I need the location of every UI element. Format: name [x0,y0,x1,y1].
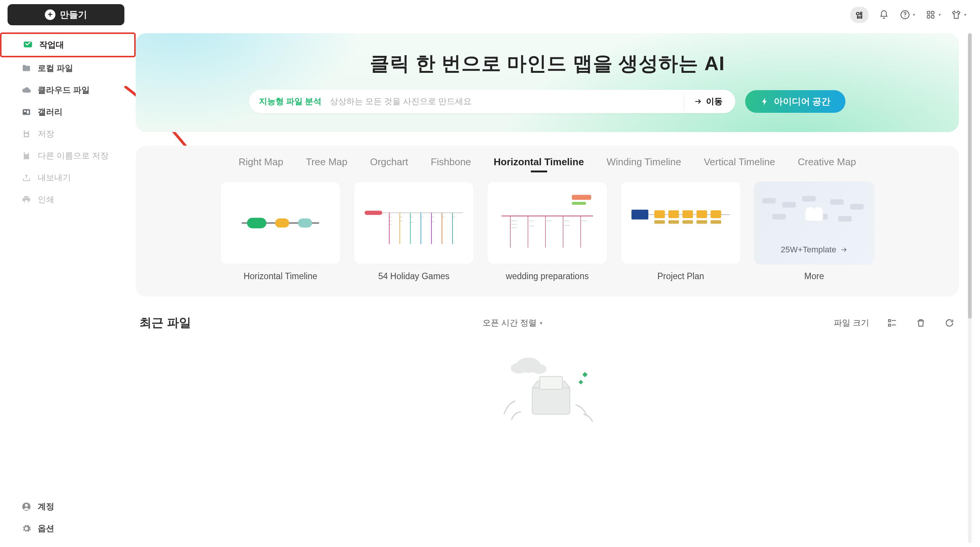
analysis-chip[interactable]: 지능형 파일 분석 [259,96,321,107]
list-view-icon[interactable] [886,317,898,329]
sidebar-item-cloud-files[interactable]: 클라우드 파일 [0,79,136,101]
sidebar-item-save-as[interactable]: 다른 이름으로 저장 [0,145,136,167]
svg-rect-67 [682,220,693,224]
go-button[interactable]: 이동 [684,93,732,110]
workspace-icon [22,40,33,50]
svg-rect-69 [711,220,721,224]
svg-point-86 [511,363,527,373]
svg-rect-80 [805,212,823,220]
sidebar: 작업대 로컬 파일 클라우드 파일 갤러리 [0,29,136,547]
template-caption: 54 Holiday Games [378,271,449,281]
folder-icon [21,63,32,73]
sort-dropdown[interactable]: 오픈 시간 정렬 ▾ [191,317,834,329]
sidebar-bottom: 계정 옵션 [0,496,136,539]
template-card[interactable]: ————————— —————— ——— —————— ——— wedding … [487,182,608,281]
svg-rect-77 [838,216,852,222]
tab-winding-timeline[interactable]: Winding Timeline [606,156,681,171]
tab-creative-map[interactable]: Creative Map [797,156,856,171]
svg-text:——: —— [441,216,445,218]
svg-rect-64 [711,210,721,218]
theme-menu[interactable]: ▾ [951,9,966,21]
template-thumbnail-more: 25W+Template [754,182,875,265]
trash-icon[interactable] [915,317,926,329]
sidebar-item-options[interactable]: 옵션 [0,518,136,539]
svg-rect-63 [697,210,707,218]
refresh-icon[interactable] [944,317,955,329]
ai-prompt-input[interactable] [330,97,678,106]
sidebar-item-save[interactable]: 저장 [0,123,136,145]
sort-label: 오픈 시간 정렬 [482,317,537,329]
svg-text:———: ——— [582,220,587,222]
svg-rect-18 [275,218,289,228]
svg-text:——: —— [388,223,392,225]
idea-space-button[interactable]: 아이디어 공간 [745,90,846,113]
create-button[interactable]: + 만들기 [8,4,124,25]
scrollbar-thumb[interactable] [968,33,972,319]
bell-icon[interactable] [878,9,889,21]
sidebar-item-export[interactable]: 내보내기 [0,167,136,189]
scrollbar[interactable] [968,33,972,543]
help-menu[interactable]: ▾ [899,9,915,21]
tab-orgchart[interactable]: Orgchart [370,156,408,171]
sidebar-item-label: 계정 [38,501,54,512]
content-wrapper: 클릭 한 번으로 마인드 맵을 생성하는 AI 지능형 파일 분석 이동 아이디… [136,29,980,547]
sidebar-spacer [0,214,136,496]
template-caption: wedding preparations [506,271,589,281]
svg-rect-41 [572,195,591,199]
recent-files-title: 최근 파일 [140,315,191,331]
svg-rect-58 [632,210,648,220]
sidebar-item-account[interactable]: 계정 [0,496,136,518]
template-card-more[interactable]: 25W+Template More [754,182,875,281]
template-card[interactable]: —————— ———— ———— —— ———— —— —— [353,182,474,281]
svg-rect-88 [532,388,570,414]
svg-text:——: —— [452,216,456,218]
sidebar-item-gallery[interactable]: 갤러리 [0,101,136,123]
export-icon [21,172,32,183]
svg-rect-81 [888,319,890,321]
template-thumbnail [620,182,741,265]
template-card[interactable]: Project Plan [620,182,741,281]
save-as-icon [21,150,32,161]
svg-rect-13 [25,200,28,203]
tab-horizontal-timeline[interactable]: Horizontal Timeline [494,156,584,171]
template-card[interactable]: Horizontal Timeline [220,182,341,281]
create-button-label: 만들기 [60,9,87,21]
cloud-icon [21,85,32,96]
svg-rect-89 [540,376,562,389]
svg-rect-11 [25,134,28,136]
svg-rect-10 [25,131,28,132]
sidebar-item-print[interactable]: 인쇄 [0,189,136,211]
more-bg-icon [754,191,874,241]
file-size-label: 파일 크기 [834,317,869,329]
sidebar-item-local-files[interactable]: 로컬 파일 [0,57,136,79]
tab-right-map[interactable]: Right Map [239,156,283,171]
recent-files: 최근 파일 오픈 시간 정렬 ▾ 파일 크기 [136,315,959,426]
svg-point-87 [531,364,547,374]
arrow-right-icon [694,97,702,105]
sidebar-item-label: 클라우드 파일 [38,85,90,96]
go-button-label: 이동 [706,96,722,107]
apps-menu[interactable]: ▾ [925,9,941,21]
sidebar-item-workspace[interactable]: 작업대 [0,32,136,57]
user-icon [21,501,32,512]
content-scroll[interactable]: 클릭 한 번으로 마인드 맵을 생성하는 AI 지능형 파일 분석 이동 아이디… [136,29,959,547]
templates-panel: Right Map Tree Map Orgchart Fishbone Hor… [136,146,959,297]
svg-text:———: ——— [547,220,552,222]
hero-title: 클릭 한 번으로 마인드 맵을 생성하는 AI [158,51,936,77]
svg-text:——: —— [431,216,434,218]
tab-fishbone[interactable]: Fishbone [431,156,471,171]
recent-files-actions: 파일 크기 [834,317,955,329]
sidebar-item-label: 작업대 [39,39,64,51]
tab-tree-map[interactable]: Tree Map [306,156,347,171]
svg-text:——: —— [388,216,392,218]
sidebar-item-label: 내보내기 [38,172,71,183]
empty-state [140,346,955,426]
template-thumbnail: —————— ———— ———— —— ———— —— —— [353,182,474,265]
svg-rect-65 [654,220,665,224]
svg-text:——: —— [431,221,434,223]
app-pill-button[interactable]: 앱 [850,7,869,23]
svg-rect-2 [927,11,930,14]
template-caption: More [804,271,824,281]
tab-vertical-timeline[interactable]: Vertical Timeline [704,156,775,171]
chevron-down-icon: ▾ [939,12,941,18]
